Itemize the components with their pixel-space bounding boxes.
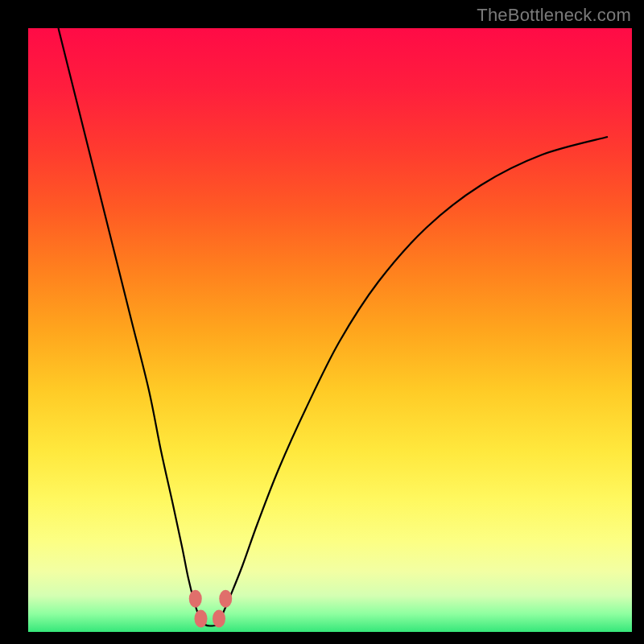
curve-right-branch: [221, 137, 608, 617]
marker-inner-right: [213, 610, 225, 628]
marker-outer-right: [219, 590, 232, 608]
curve-layer: [28, 28, 632, 632]
bottleneck-curve: [59, 28, 609, 626]
chart-frame: TheBottleneck.com: [0, 0, 644, 644]
plot-area: [28, 28, 632, 632]
marker-outer-left: [189, 590, 202, 608]
marker-inner-left: [195, 610, 208, 628]
watermark-text: TheBottleneck.com: [477, 5, 631, 26]
curve-left-branch: [59, 28, 200, 617]
